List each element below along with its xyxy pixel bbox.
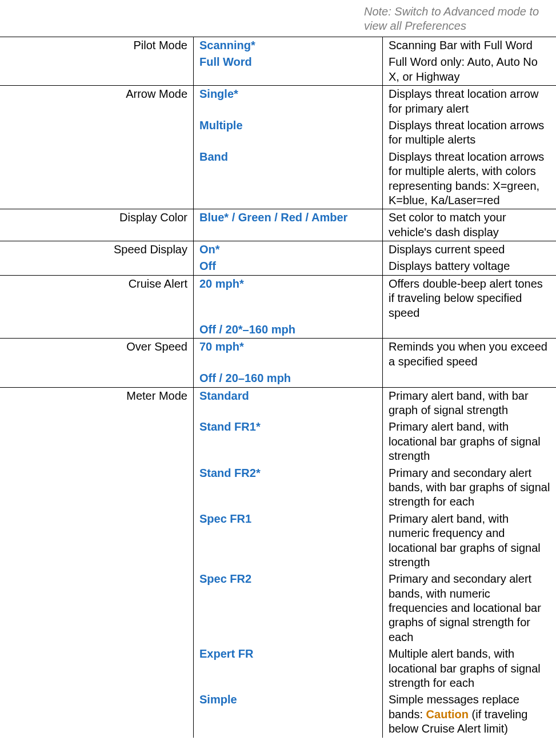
pref-label <box>0 321 194 339</box>
pref-label <box>0 571 194 646</box>
pref-description: Simple messages replace bands: Caution (… <box>383 691 557 737</box>
pref-label <box>0 419 194 464</box>
pref-description: Full Word only: Auto, Auto No X, or High… <box>383 54 557 85</box>
pref-option: 20 mph* <box>194 275 383 321</box>
pref-label <box>0 370 194 387</box>
pref-label <box>0 258 194 275</box>
pref-option-text: Band <box>199 150 228 163</box>
pref-option-text: Spec FR1 <box>199 512 251 525</box>
pref-option: Spec FR2 <box>194 571 383 646</box>
pref-option: Standard <box>194 387 383 419</box>
pref-label <box>0 149 194 209</box>
pref-label: Cruise Alert <box>0 275 194 321</box>
pref-description: Primary alert band, with numeric frequen… <box>383 511 557 571</box>
pref-option-text: Scanning* <box>199 39 255 51</box>
pref-option: Off <box>194 258 383 275</box>
pref-option-text: Simple <box>199 693 237 706</box>
pref-description: Displays current speed <box>383 241 557 258</box>
pref-label <box>0 465 194 511</box>
preferences-table: Pilot ModeScanning*Scanning Bar with Ful… <box>0 37 556 738</box>
pref-option: Single* <box>194 86 383 117</box>
pref-description: Multiple alert bands, with locational ba… <box>383 646 557 691</box>
pref-description: Primary and secondary alert bands, with … <box>383 571 557 646</box>
pref-option: Scanning* <box>194 37 383 54</box>
pref-option: Stand FR1* <box>194 419 383 464</box>
pref-option-text: Single* <box>199 87 238 100</box>
pref-option-text: Off / 20*–160 mph <box>199 323 295 336</box>
pref-description: Primary and secondary alert bands, with … <box>383 465 557 511</box>
pref-option-text: Stand FR2* <box>199 467 261 479</box>
pref-description: Offers double-beep alert tones if travel… <box>383 275 557 321</box>
pref-description: Displays threat location arrows for mult… <box>383 149 557 209</box>
pref-option: Stand FR2* <box>194 465 383 511</box>
pref-option-text: Spec FR2 <box>199 572 251 585</box>
pref-label: Display Color <box>0 209 194 241</box>
pref-description: Reminds you when you exceed a specified … <box>383 339 557 370</box>
pref-description: Set color to match your vehicle's dash d… <box>383 209 557 241</box>
pref-option-text: Full Word <box>199 55 252 68</box>
pref-label <box>0 54 194 85</box>
pref-option-text: Multiple <box>199 119 243 132</box>
pref-description: Displays threat location arrow for prima… <box>383 86 557 117</box>
pref-option: Band <box>194 149 383 209</box>
preferences-note: Note: Switch to Advanced mode to view al… <box>358 0 550 37</box>
pref-label <box>0 646 194 691</box>
pref-label: Meter Mode <box>0 387 194 419</box>
pref-label <box>0 511 194 571</box>
pref-description: Primary alert band, with bar graph of si… <box>383 387 557 419</box>
pref-option: Multiple <box>194 117 383 149</box>
pref-label: Over Speed <box>0 339 194 370</box>
pref-description <box>383 321 557 339</box>
pref-option: 70 mph* <box>194 339 383 370</box>
pref-option-text: Blue* / Green / Red / Amber <box>199 211 347 224</box>
pref-option: Off / 20*–160 mph <box>194 321 383 339</box>
pref-option: Full Word <box>194 54 383 85</box>
pref-option-text: Stand FR1* <box>199 420 261 433</box>
pref-label: Pilot Mode <box>0 37 194 54</box>
pref-option-text: 20 mph* <box>199 277 244 290</box>
pref-option-text: On* <box>199 243 220 256</box>
pref-label <box>0 691 194 737</box>
pref-label: Arrow Mode <box>0 86 194 117</box>
pref-description: Displays threat location arrows for mult… <box>383 117 557 149</box>
pref-option: Off / 20–160 mph <box>194 370 383 387</box>
pref-option: Spec FR1 <box>194 511 383 571</box>
pref-description: Displays battery voltage <box>383 258 557 275</box>
pref-description <box>383 370 557 387</box>
pref-option: On* <box>194 241 383 258</box>
pref-description: Scanning Bar with Full Word <box>383 37 557 54</box>
pref-description: Primary alert band, with locational bar … <box>383 419 557 464</box>
pref-option-text: Off <box>199 260 216 272</box>
pref-option-text: Off / 20–160 mph <box>199 372 291 384</box>
pref-option-text: Expert FR <box>199 647 253 660</box>
pref-option: Expert FR <box>194 646 383 691</box>
pref-option: Blue* / Green / Red / Amber <box>194 209 383 241</box>
pref-description-part: Caution <box>426 708 469 721</box>
pref-option: Simple <box>194 691 383 737</box>
pref-option-text: 70 mph* <box>199 340 244 353</box>
pref-label <box>0 117 194 149</box>
pref-option-text: Standard <box>199 389 249 402</box>
pref-label: Speed Display <box>0 241 194 258</box>
